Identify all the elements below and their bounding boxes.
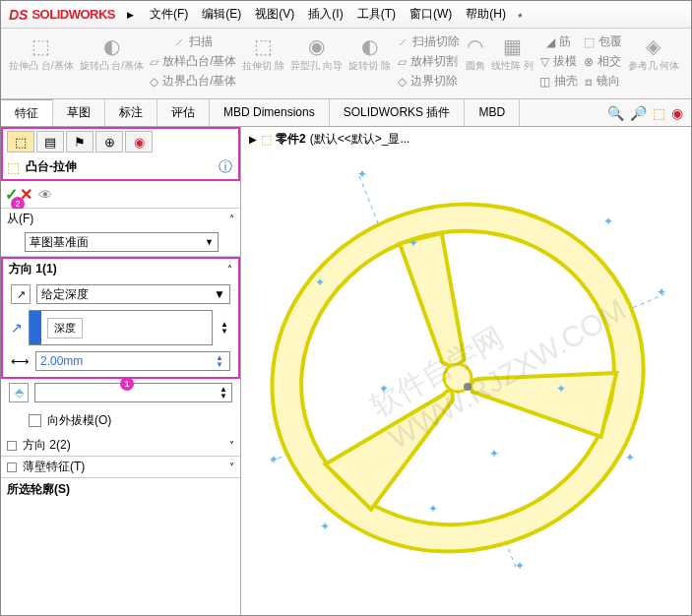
command-tabs: 特征 草图 标注 评估 MBD Dimensions SOLIDWORKS 插件… [1, 99, 691, 127]
draft-outward-row: 向外拔模(O) [1, 406, 240, 435]
svg-text:✦: ✦ [320, 520, 330, 533]
app-logo: DS SOLIDWORKS [9, 7, 115, 23]
ptab-property[interactable]: ▤ [36, 131, 64, 153]
ptab-config[interactable]: ⚑ [66, 131, 94, 153]
ptab-feature-tree[interactable]: ⬚ [7, 131, 34, 153]
zoom-icon[interactable]: 🔍 [607, 105, 624, 121]
ptab-appearance[interactable]: ◉ [125, 131, 153, 153]
tab-mbd[interactable]: MBD [465, 99, 520, 126]
direction-arrow-icon: ↗ [11, 320, 23, 336]
tab-mbd-dim[interactable]: MBD Dimensions [210, 99, 330, 126]
draft-icon[interactable]: ⬘ [9, 383, 29, 402]
svg-text:✦: ✦ [315, 276, 325, 289]
zoom2-icon[interactable]: 🔎 [630, 105, 647, 121]
section-contours[interactable]: 所选轮廓(S) ˅ [1, 478, 240, 500]
feature-title: 凸台-拉伸 [26, 158, 77, 175]
menu-bar: 文件(F) 编辑(E) 视图(V) 插入(I) 工具(T) 窗口(W) 帮助(H… [146, 4, 525, 25]
rib-fillet[interactable]: ◠圆角 [464, 32, 487, 98]
rib-sweep-cut[interactable]: ⟋扫描切除 [395, 32, 462, 51]
tab-annotate[interactable]: 标注 [105, 99, 157, 126]
section-from: 从(F) ˄ 草图基准面 ▼ [1, 209, 240, 257]
part-icon: ⬚ [261, 133, 272, 147]
from-header[interactable]: 从(F) ˄ [1, 209, 240, 228]
chevron-down-icon: ˅ [229, 462, 234, 472]
chevron-down-icon: ˅ [229, 440, 234, 451]
viewport-3d[interactable]: ▶ ⬚ 零件2 (默认<<默认>_显... ✦ [241, 127, 691, 615]
svg-text:✦: ✦ [556, 382, 566, 396]
logo-sw: SOLIDWORKS [31, 7, 115, 22]
feature-header: ⬚ 凸台-拉伸 ⓘ [1, 154, 240, 181]
rib-rib[interactable]: ◢筋 [544, 32, 573, 51]
menu-help[interactable]: 帮助(H) [462, 4, 510, 25]
rib-intersect[interactable]: ⊗相交 [582, 52, 623, 71]
view-tools: 🔍 🔎 ⬚ ◉ [607, 105, 683, 121]
rib-hole-wizard[interactable]: ◉异型孔 向导 [288, 32, 345, 98]
thin-checkbox[interactable] [7, 462, 17, 472]
end-condition-select[interactable]: 给定深度 ▼ [36, 284, 230, 304]
panel-tabs: ⬚ ▤ ⚑ ⊕ ◉ [1, 127, 240, 154]
menu-tools[interactable]: 工具(T) [353, 4, 400, 25]
rib-loft-boss[interactable]: ▱放样凸台/基体 [148, 52, 238, 71]
rib-extrude-boss[interactable]: ⬚拉伸凸 台/基体 [7, 32, 76, 98]
from-select[interactable]: 草图基准面 ▼ [25, 232, 219, 252]
svg-point-5 [464, 383, 472, 391]
tab-sketch[interactable]: 草图 [53, 99, 105, 126]
reverse-direction-button[interactable]: ↗ [11, 284, 31, 304]
section-direction2[interactable]: 方向 2(2) ˅ [1, 435, 240, 457]
part-name[interactable]: 零件2 [276, 131, 306, 148]
section-thin[interactable]: 薄壁特征(T) ˅ [1, 457, 240, 478]
rib-mirror[interactable]: ⧈镜向 [583, 72, 622, 91]
breadcrumb-expand-icon[interactable]: ▶ [249, 134, 257, 145]
rib-sweep[interactable]: ⟋扫描 [171, 32, 215, 51]
menu-view[interactable]: 视图(V) [251, 4, 298, 25]
ptab-dim[interactable]: ⊕ [95, 131, 123, 153]
rib-boundary-boss[interactable]: ◇边界凸台/基体 [148, 72, 238, 91]
draft-outward-checkbox[interactable] [29, 414, 41, 427]
viewcube-icon[interactable]: ⬚ [653, 105, 665, 121]
ok-cancel-bar: ✓ ✕ 👁 2 [1, 181, 240, 209]
svg-text:✦: ✦ [357, 167, 367, 181]
menu-insert[interactable]: 插入(I) [304, 4, 346, 25]
rib-shell[interactable]: ◫抽壳 [537, 72, 580, 91]
rib-revolve-cut[interactable]: ◐旋转切 除 [346, 32, 393, 98]
svg-text:✦: ✦ [603, 215, 613, 228]
dir1-header[interactable]: 方向 1(1) ˄ [3, 259, 238, 278]
tab-evaluate[interactable]: 评估 [157, 99, 210, 126]
menu-edit[interactable]: 编辑(E) [198, 4, 245, 25]
rib-linear-pattern[interactable]: ▦线性阵 列 [489, 32, 535, 98]
menu-window[interactable]: 窗口(W) [406, 4, 456, 25]
tab-feature[interactable]: 特征 [1, 99, 53, 126]
rib-loft-cut[interactable]: ▱放样切割 [396, 52, 460, 71]
svg-text:✦: ✦ [428, 502, 438, 516]
menu-file[interactable]: 文件(F) [146, 4, 192, 25]
svg-text:✦: ✦ [489, 447, 499, 461]
logo-ds: DS [9, 7, 28, 23]
rib-ref-geometry[interactable]: ◈参考几 何体 [626, 32, 682, 98]
depth-input[interactable]: 2.00mm ▲▼ [35, 351, 230, 371]
depth-visual: 深度 [29, 310, 213, 345]
depth-spin[interactable]: ▲▼ [219, 319, 230, 337]
depth-dimension-icon: ⟷ [11, 354, 30, 369]
model-preview[interactable]: ✦ ✦ ✦ ✦ ✦ ✦ ✦ ✦ ✦ ✦ ✦ ✦ ✦ [261, 156, 674, 580]
menu-star-icon[interactable]: ⋆ [516, 7, 525, 23]
rib-wrap[interactable]: ⬚包覆 [582, 32, 624, 51]
preview-icon[interactable]: 👁 [38, 187, 52, 203]
dropdown-icon: ▼ [214, 287, 225, 301]
chevron-up-icon: ˄ [229, 214, 234, 224]
rib-extrude-cut[interactable]: ⬚拉伸切 除 [240, 32, 286, 98]
menu-dropdown-icon[interactable]: ▶ [127, 10, 134, 20]
rib-draft[interactable]: ▽拔模 [538, 52, 579, 71]
rib-boundary-cut[interactable]: ◇边界切除 [396, 72, 460, 91]
tab-sw-addins[interactable]: SOLIDWORKS 插件 [330, 99, 466, 126]
svg-text:✦: ✦ [657, 285, 666, 299]
help-icon[interactable]: ⓘ [219, 158, 232, 176]
titlebar: DS SOLIDWORKS ▶ 文件(F) 编辑(E) 视图(V) 插入(I) … [1, 1, 691, 29]
property-panel: ⬚ ▤ ⚑ ⊕ ◉ ⬚ 凸台-拉伸 ⓘ ✓ ✕ 👁 2 从(F) ˄ 草图基准面 [1, 127, 241, 615]
ribbon-toolbar: ⬚拉伸凸 台/基体 ◐旋转凸 台/基体 ⟋扫描 ▱放样凸台/基体 ◇边界凸台/基… [1, 29, 691, 99]
rib-revolve-boss[interactable]: ◐旋转凸 台/基体 [78, 32, 147, 98]
dropdown-icon: ▼ [205, 237, 214, 247]
depth-input-spin[interactable]: ▲▼ [214, 352, 225, 370]
svg-text:✦: ✦ [409, 236, 418, 250]
dir2-checkbox[interactable] [7, 441, 17, 451]
appearance-icon[interactable]: ◉ [671, 105, 683, 121]
